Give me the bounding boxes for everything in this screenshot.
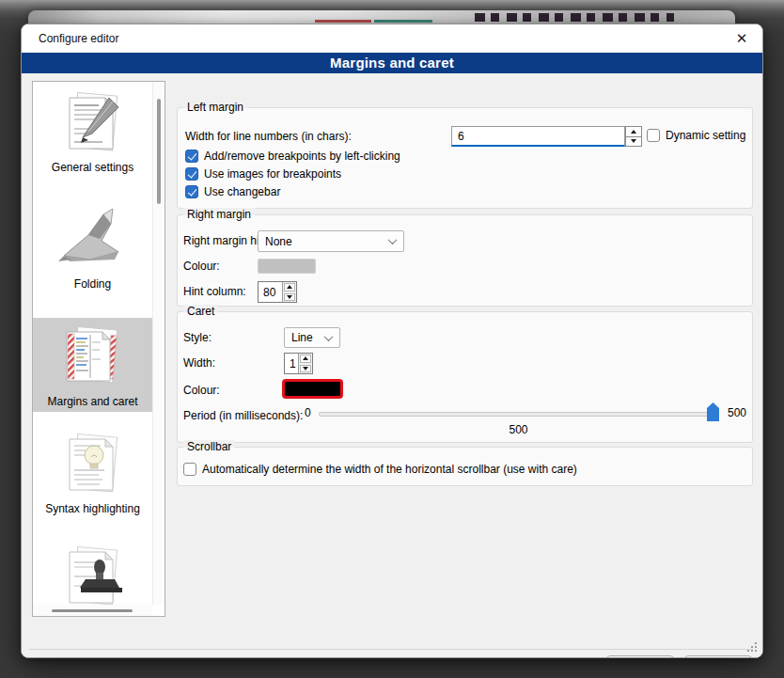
caret-width-value: 1 bbox=[285, 354, 298, 373]
checkbox-label: Add/remove breakpoints by left-clicking bbox=[204, 150, 400, 163]
checkbox-unchecked-icon[interactable] bbox=[647, 129, 660, 142]
category-items: General settings Folding bbox=[33, 82, 152, 605]
period-slider-handle[interactable] bbox=[707, 402, 719, 421]
period-slider-track[interactable] bbox=[319, 412, 718, 417]
group-title: Left margin bbox=[183, 101, 247, 114]
ok-button[interactable]: OK bbox=[606, 655, 674, 658]
width-line-numbers-input[interactable] bbox=[451, 126, 625, 147]
caret-width-label: Width: bbox=[183, 356, 215, 370]
caret-colour-label: Colour: bbox=[183, 384, 220, 397]
origami-icon bbox=[55, 203, 131, 276]
parent-teal-bar bbox=[374, 20, 432, 23]
striped-document-icon bbox=[55, 321, 131, 394]
parent-red-bar bbox=[315, 20, 371, 23]
resize-grip[interactable] bbox=[755, 650, 757, 652]
images-for-breakpoints-checkbox[interactable]: Use images for breakpoints bbox=[185, 167, 341, 181]
clipped-parent-text bbox=[475, 13, 674, 22]
sidebar-vertical-scrollbar[interactable] bbox=[152, 82, 165, 605]
sidebar-item-margins-and-caret[interactable]: Margins and caret bbox=[33, 318, 152, 412]
checkbox-label: Automatically determine the width of the… bbox=[202, 463, 577, 476]
group-left-margin: Left margin Width for line numbers (in c… bbox=[177, 107, 753, 209]
breakpoints-left-click-checkbox[interactable]: Add/remove breakpoints by left-clicking bbox=[185, 150, 400, 163]
checkbox-checked-icon[interactable] bbox=[185, 167, 198, 181]
category-list: General settings Folding bbox=[32, 81, 165, 617]
chevron-down-icon bbox=[388, 235, 398, 244]
window-title: Configure editor bbox=[39, 32, 118, 45]
footer-divider bbox=[29, 649, 753, 650]
hint-column-stepper[interactable]: 80 bbox=[258, 281, 297, 303]
caret-style-select[interactable]: Line bbox=[284, 327, 340, 348]
width-line-numbers-stepper[interactable] bbox=[625, 126, 642, 147]
auto-scrollbar-width-checkbox[interactable]: Automatically determine the width of the… bbox=[183, 463, 577, 476]
configure-editor-dialog: Configure editor ✕ Margins and caret bbox=[21, 24, 763, 658]
group-scrollbar: Scrollbar Automatically determine the wi… bbox=[177, 447, 753, 486]
sidebar-item-syntax-highlighting[interactable]: Syntax highlighting bbox=[33, 428, 152, 515]
group-caret: Caret Style: Line Width: 1 Colour: Perio… bbox=[177, 311, 753, 443]
checkbox-unchecked-icon[interactable] bbox=[183, 463, 196, 476]
selected-value: Line bbox=[291, 331, 313, 344]
chevron-down-icon bbox=[324, 332, 334, 341]
caret-width-stepper[interactable]: 1 bbox=[284, 353, 313, 374]
hint-column-value: 80 bbox=[259, 282, 282, 302]
period-current-value: 500 bbox=[319, 423, 718, 436]
caret-style-label: Style: bbox=[183, 331, 212, 344]
spin-up-icon[interactable] bbox=[300, 355, 311, 363]
sidebar-horizontal-scroll-thumb[interactable] bbox=[52, 609, 133, 612]
colour-label: Colour: bbox=[183, 260, 220, 273]
page-title: Margins and caret bbox=[22, 53, 762, 73]
sidebar-item-label: Folding bbox=[33, 277, 152, 291]
right-margin-hint-select[interactable]: None bbox=[258, 230, 404, 252]
sidebar-item-general-settings[interactable]: General settings bbox=[33, 87, 152, 174]
selected-value: None bbox=[265, 235, 292, 248]
checkbox-label: Use images for breakpoints bbox=[204, 167, 341, 181]
parent-window-edge bbox=[28, 10, 735, 24]
dialog-content: General settings Folding bbox=[22, 73, 762, 657]
cancel-button[interactable]: Cancel bbox=[684, 655, 752, 658]
checkbox-checked-icon[interactable] bbox=[185, 150, 198, 163]
right-margin-colour-button[interactable] bbox=[258, 259, 316, 274]
sidebar-item-label: General settings bbox=[33, 161, 152, 174]
close-icon[interactable]: ✕ bbox=[729, 27, 754, 50]
sidebar-horizontal-scrollbar[interactable] bbox=[33, 605, 152, 616]
hint-column-label: Hint column: bbox=[183, 285, 246, 298]
sidebar-item-label: Margins and caret bbox=[33, 395, 152, 408]
sidebar-item-partial[interactable] bbox=[33, 541, 152, 605]
period-min-label: 0 bbox=[305, 406, 311, 419]
sidebar-item-folding[interactable]: Folding bbox=[33, 203, 152, 291]
dynamic-setting-checkbox[interactable]: Dynamic setting bbox=[647, 129, 745, 142]
title-bar: Configure editor ✕ bbox=[22, 24, 762, 53]
checkbox-checked-icon[interactable] bbox=[185, 185, 198, 198]
checkbox-label: Use changebar bbox=[204, 185, 280, 198]
spin-down-icon[interactable] bbox=[300, 365, 311, 373]
sidebar-vertical-scroll-thumb[interactable] bbox=[157, 99, 161, 204]
group-right-margin: Right margin Right margin hint: None Col… bbox=[177, 214, 753, 307]
caret-colour-button[interactable] bbox=[282, 379, 343, 399]
width-line-numbers-label: Width for line numbers (in chars): bbox=[185, 130, 352, 143]
group-title: Right margin bbox=[183, 208, 255, 221]
use-changebar-checkbox[interactable]: Use changebar bbox=[185, 185, 280, 198]
dynamic-setting-label: Dynamic setting bbox=[666, 129, 745, 142]
caret-period-label: Period (in milliseconds): bbox=[183, 409, 303, 422]
group-title: Scrollbar bbox=[183, 440, 235, 453]
group-title: Caret bbox=[183, 305, 218, 318]
document-bulb-icon bbox=[55, 428, 131, 501]
document-stamp-icon bbox=[55, 541, 131, 605]
period-max-label: 500 bbox=[728, 406, 746, 419]
spin-down-icon[interactable] bbox=[626, 136, 641, 147]
sidebar-item-label: Syntax highlighting bbox=[33, 502, 152, 515]
spin-up-icon[interactable] bbox=[284, 283, 295, 292]
spin-up-icon[interactable] bbox=[626, 127, 641, 136]
document-pencil-icon bbox=[55, 87, 131, 160]
spin-down-icon[interactable] bbox=[284, 293, 295, 302]
